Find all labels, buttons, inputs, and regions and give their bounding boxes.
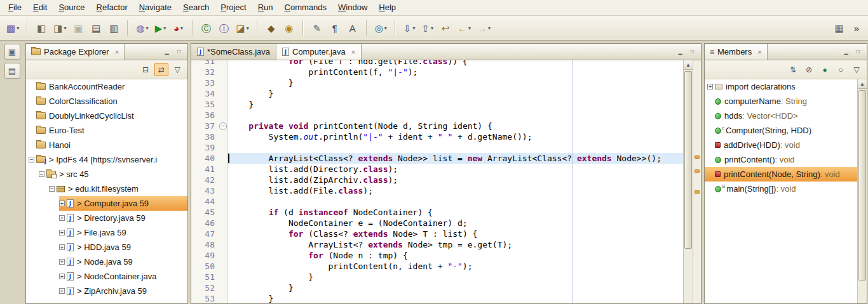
code-text[interactable]: list.add(Directory.class); (227, 164, 683, 175)
search-button[interactable]: ◉ (281, 20, 297, 36)
tree-item[interactable]: +> File.java 59 (26, 225, 187, 240)
tree-item[interactable]: DoublyLinkedCyclicList (26, 109, 187, 123)
tree-item[interactable]: +> Computer.java 59 (26, 196, 187, 211)
last-edit-location-button[interactable]: ↩ (437, 20, 454, 36)
new-java-class-button[interactable]: Ⓒ (198, 20, 215, 36)
tree-item[interactable]: ColorClassification (26, 94, 187, 109)
expand-icon[interactable]: + (59, 288, 65, 294)
tree-item[interactable]: −> IpdFs 44 [https://svnserver.i (26, 152, 187, 167)
previous-annotation-button[interactable]: ⇧▾ (419, 20, 436, 36)
toolbar-overflow-button[interactable]: » (849, 23, 864, 34)
back-button[interactable]: ←▾ (455, 20, 473, 36)
mark-occurrences-button[interactable]: ✎ (309, 20, 325, 36)
code-text[interactable] (227, 196, 683, 207)
tree-item[interactable]: +> ZipArchiv.java 59 (26, 284, 187, 298)
menu-item-window[interactable]: Window (332, 0, 373, 15)
collapse-all-button[interactable]: ⊟ (139, 63, 153, 76)
close-icon[interactable]: × (115, 48, 119, 56)
close-icon[interactable]: × (351, 48, 355, 56)
occurrence-marker[interactable] (695, 169, 700, 173)
tree-item[interactable]: +> HDD.java 59 (26, 240, 187, 254)
maximize-icon[interactable]: □ (853, 48, 863, 56)
member-item[interactable]: printContent() : void (705, 152, 857, 167)
table-mode-button[interactable]: ▦ (831, 20, 848, 36)
member-item[interactable]: addDrive(HDD) : void (705, 138, 857, 152)
new-wizard-button[interactable]: ▩▾ (4, 20, 22, 36)
open-java-element-button[interactable]: ◧ (33, 20, 50, 36)
view-menu-button[interactable]: ▽ (170, 63, 184, 76)
occurrence-marker[interactable] (695, 190, 700, 194)
scroll-up-icon[interactable]: ▲ (684, 60, 693, 70)
menu-item-file[interactable]: File (3, 0, 27, 15)
code-text[interactable] (227, 142, 683, 153)
tree-item[interactable]: −> edu.kit.filesystem (26, 182, 187, 196)
menu-item-help[interactable]: Help (373, 0, 402, 15)
member-item[interactable]: Smain(String[]) : void (705, 182, 857, 196)
fold-collapse-icon[interactable] (218, 121, 227, 131)
code-text[interactable]: } (227, 272, 683, 282)
collapse-icon[interactable]: − (39, 171, 44, 177)
code-text[interactable]: list.add(File.class); (227, 185, 683, 196)
tree-item[interactable]: +> Node.java 59 (26, 254, 187, 269)
minimize-icon[interactable]: ▁ (841, 48, 851, 56)
maximize-icon[interactable]: □ (174, 48, 184, 56)
new-package-button[interactable]: ◪▾ (234, 20, 252, 36)
forward-button[interactable]: →▾ (475, 20, 493, 36)
code-text[interactable]: for (Class<? extends Node> T : list) { (227, 228, 683, 239)
code-text[interactable]: list.add(ZipArchiv.class); (227, 175, 683, 185)
menu-item-commands[interactable]: Commands (279, 0, 332, 15)
run-button[interactable]: ▶▾ (153, 20, 169, 36)
restore-view-button[interactable]: ▣ (4, 44, 20, 60)
code-text[interactable] (227, 110, 683, 121)
overview-ruler[interactable] (693, 60, 701, 303)
member-item[interactable]: cComputer(String, HDD) (705, 123, 857, 138)
package-explorer-view-tab[interactable]: Package Explorer × (26, 44, 125, 60)
minimized-editor-button[interactable]: ▤ (4, 63, 20, 79)
new-interface-button[interactable]: Ⓘ (216, 20, 233, 36)
expand-icon[interactable]: + (59, 274, 65, 279)
code-text[interactable]: ArrayList<Class<? extends Node>> list = … (227, 153, 683, 164)
code-text[interactable]: for (Node n : tmp) { (227, 250, 683, 261)
export-jar-button[interactable]: ◆ (263, 20, 280, 36)
code-text[interactable]: NodeContainer e = (NodeContainer) d; (227, 218, 683, 228)
code-editor[interactable]: 31 for (File f : hdd.get(File.class)) {3… (191, 60, 683, 303)
members-vertical-scrollbar[interactable]: ▲ (857, 79, 867, 303)
code-text[interactable]: printContent(n, ident + "-"); (227, 261, 683, 272)
member-item[interactable]: computerName : String (705, 94, 857, 109)
menu-item-search[interactable]: Search (177, 0, 215, 15)
minimize-icon[interactable]: ▁ (675, 48, 685, 56)
member-item[interactable]: +import declarations (705, 79, 857, 94)
expand-icon[interactable]: + (59, 201, 65, 206)
menu-item-edit[interactable]: Edit (27, 0, 53, 15)
expand-icon[interactable]: + (59, 215, 65, 221)
code-text[interactable]: private void printContent(Node d, String… (227, 121, 683, 131)
hide-non-public-button[interactable]: ○ (834, 63, 848, 76)
scrollbar-thumb[interactable] (684, 71, 692, 249)
menu-item-run[interactable]: Run (252, 0, 279, 15)
external-tools-button[interactable]: ◍▾ (133, 20, 151, 36)
menu-item-source[interactable]: Source (53, 0, 90, 15)
collapse-icon[interactable]: − (49, 186, 55, 192)
new-java-element-button[interactable]: ◨▾ (51, 20, 69, 36)
menu-item-navigate[interactable]: Navigate (133, 0, 177, 15)
members-view-tab[interactable]: ≡ Members × (705, 44, 768, 60)
tree-item[interactable]: −> src 45 (26, 167, 187, 182)
menu-item-project[interactable]: Project (215, 0, 252, 15)
code-text[interactable]: } (227, 282, 683, 293)
menu-item-refactor[interactable]: Refactor (91, 0, 133, 15)
editor-vertical-scrollbar[interactable]: ▲ (683, 60, 693, 303)
expand-icon[interactable]: + (59, 230, 65, 235)
scrollbar-thumb[interactable] (858, 90, 866, 281)
member-item[interactable]: printContent(Node, String) : void (705, 167, 857, 182)
coverage-button[interactable]: ◕▾ (170, 20, 187, 36)
view-menu-button[interactable]: ▽ (850, 63, 864, 76)
tree-item[interactable]: Euro-Test (26, 123, 187, 138)
code-text[interactable]: ArrayList<? extends Node> tmp = e.get(T)… (227, 239, 683, 250)
next-annotation-button[interactable]: ⇩▾ (401, 20, 418, 36)
format-source-button[interactable]: A (344, 20, 361, 36)
expand-icon[interactable]: + (59, 259, 65, 265)
tree-item[interactable]: BankAccountReader (26, 79, 187, 94)
print-button[interactable]: ▤ (88, 20, 104, 36)
member-item[interactable]: hdds : Vector<HDD> (705, 109, 857, 123)
expand-icon[interactable]: + (707, 84, 713, 89)
